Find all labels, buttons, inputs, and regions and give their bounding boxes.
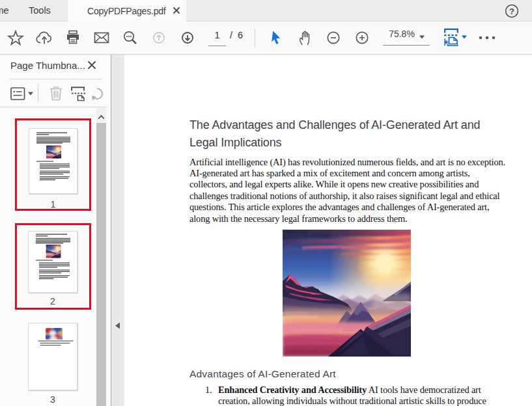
svg-text:?: ?	[509, 7, 514, 16]
